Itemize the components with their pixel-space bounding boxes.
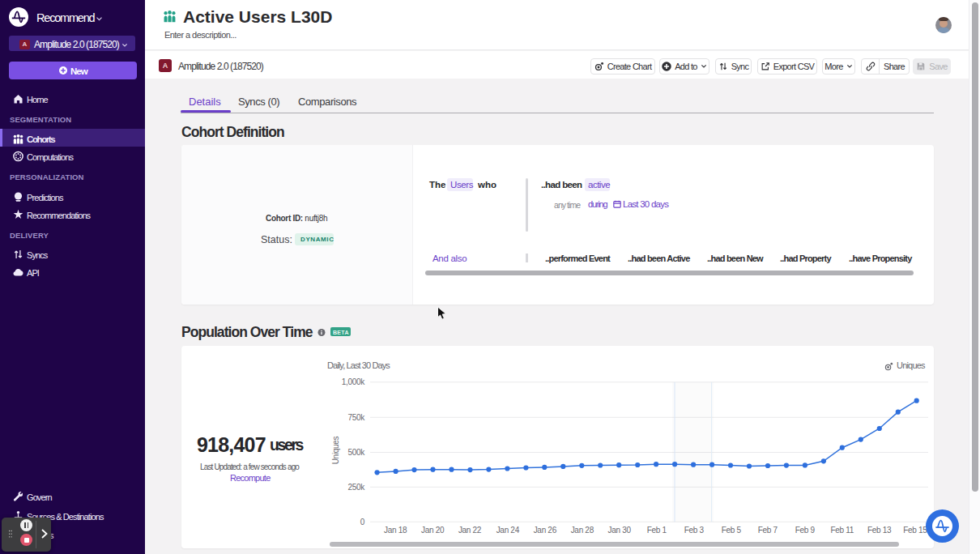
svg-text:Jan 26: Jan 26 — [534, 526, 557, 535]
svg-text:Jan 28: Jan 28 — [571, 526, 594, 535]
svg-text:Feb 1: Feb 1 — [647, 526, 667, 535]
svg-text:0: 0 — [360, 518, 365, 526]
svg-text:Jan 18: Jan 18 — [384, 526, 407, 535]
svg-text:Feb 5: Feb 5 — [722, 526, 742, 535]
svg-text:750k: 750k — [348, 413, 366, 422]
svg-text:Feb 15: Feb 15 — [903, 526, 927, 535]
svg-text:Feb 7: Feb 7 — [758, 526, 778, 535]
svg-text:Jan 24: Jan 24 — [496, 526, 520, 535]
svg-text:500k: 500k — [348, 448, 366, 457]
svg-text:Feb 3: Feb 3 — [684, 526, 705, 535]
svg-text:Uniques: Uniques — [331, 436, 340, 464]
svg-text:Jan 22: Jan 22 — [458, 526, 482, 535]
svg-text:Jan 20: Jan 20 — [421, 526, 445, 535]
svg-text:250k: 250k — [348, 483, 366, 492]
svg-text:1,000k: 1,000k — [342, 377, 366, 386]
svg-text:Feb 9: Feb 9 — [795, 526, 816, 535]
svg-text:Feb 11: Feb 11 — [830, 526, 854, 535]
svg-text:Feb 13: Feb 13 — [867, 526, 892, 535]
svg-text:Jan 30: Jan 30 — [608, 526, 632, 535]
